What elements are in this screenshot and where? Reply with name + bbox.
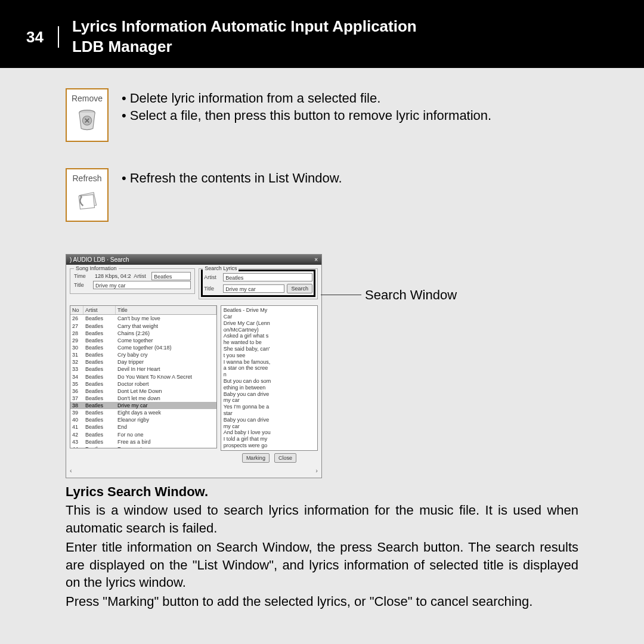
time-value: 128 Kbps, 04:28	[93, 272, 131, 280]
table-row: 38BeatlesDrive my car	[70, 402, 216, 409]
dialog-title-text: ) AUDIO LDB · Search	[70, 256, 129, 264]
remove-button-illustration: Remove	[66, 88, 109, 142]
header-titles: Lyrics Information Automatic Input Appli…	[59, 17, 417, 57]
table-row: 44BeatlesFrom me to you	[70, 445, 216, 448]
search-artist-value: Beatles	[223, 273, 312, 281]
dialog-close-x: ×	[314, 256, 318, 264]
lyrics-line: my car	[224, 423, 315, 430]
table-row: 43BeatlesFree as a bird	[70, 438, 216, 445]
lyrics-line: But you can do som	[224, 378, 315, 385]
table-row: 36BeatlesDont Let Me Down	[70, 388, 216, 395]
time-label: Time	[74, 273, 91, 280]
lyrics-line: star	[224, 410, 315, 417]
table-row: 35BeatlesDoctor robert	[70, 380, 216, 388]
artist-label-1: Artist	[134, 273, 149, 280]
table-row: 31BeatlesCry baby cry	[70, 351, 216, 358]
search-button: Search	[287, 284, 312, 293]
col-title: Title	[116, 306, 216, 314]
dialog-body: Song Information Time 128 Kbps, 04:28 Ar…	[66, 265, 321, 305]
refresh-bullet-1: Refresh the contents in List Window.	[122, 169, 342, 187]
lyrics-line: he wanted to be	[224, 339, 315, 346]
search-lyrics-fieldset: Search Lyrics Artist Beatles Title Drive…	[199, 268, 318, 299]
table-row: 27BeatlesCarry that weight	[70, 323, 216, 330]
lyrics-line: my car	[224, 397, 315, 404]
header-line2: LDB Manager	[72, 37, 417, 57]
dialog-scrollbar: ‹ ›	[66, 466, 321, 478]
trash-icon	[74, 106, 100, 132]
refresh-bullets: Refresh the contents in List Window.	[122, 168, 342, 187]
scroll-right-icon: ›	[315, 466, 318, 475]
results-list: No Artist Title 26BeatlesCan't buy me lo…	[70, 305, 217, 448]
remove-row: Remove Delete lyric information from a s…	[66, 88, 578, 142]
screenshot-wrap: ) AUDIO LDB · Search × Song Information …	[66, 254, 578, 478]
lyrics-line: Car	[224, 314, 315, 320]
lyrics-line: Baby you can drive	[224, 417, 315, 423]
table-row: 33BeatlesDevil In Her Heart	[70, 366, 216, 373]
paragraph-2: Enter title information on Search Window…	[66, 538, 578, 592]
scroll-left-icon: ‹	[70, 466, 72, 475]
table-row: 32BeatlesDay tripper	[70, 358, 216, 366]
lyrics-column: Beatles - Drive MyCarDrive My Car (Lenno…	[221, 305, 318, 463]
page-number: 34	[0, 26, 59, 48]
lyrics-line: I told a girl that my	[224, 436, 315, 442]
remove-bullets: Delete lyric information from a selected…	[122, 88, 491, 125]
col-artist: Artist	[83, 306, 116, 314]
paragraph-3: Press "Marking" button to add the select…	[66, 593, 578, 611]
dialog-lower: No Artist Title 26BeatlesCan't buy me lo…	[66, 305, 321, 466]
table-row: 28BeatlesChains (2:26)	[70, 330, 216, 337]
search-title-label: Title	[204, 285, 221, 292]
song-info-panel: Song Information Time 128 Kbps, 04:28 Ar…	[70, 268, 195, 302]
lyrics-line: Drive My Car (Lenn	[224, 320, 315, 327]
col-no: No	[70, 306, 83, 314]
lyrics-line: ething in between	[224, 385, 315, 391]
refresh-label: Refresh	[72, 173, 101, 184]
title-value: Drive my car	[93, 281, 191, 289]
remove-bullet-1: Delete lyric information from a selected…	[122, 89, 491, 107]
lyrics-line: a star on the scree	[224, 365, 315, 371]
table-row: 26BeatlesCan't buy me love	[70, 315, 216, 322]
list-body: 26BeatlesCan't buy me love27BeatlesCarry…	[70, 315, 216, 448]
lyrics-line: n	[224, 371, 315, 378]
callout-line	[321, 295, 361, 295]
list-header: No Artist Title	[70, 306, 216, 315]
lyrics-line: prospects were go	[224, 442, 315, 449]
title-label: Title	[74, 281, 91, 289]
refresh-row: Refresh Refresh the contents in List Win…	[66, 168, 578, 222]
search-artist-label: Artist	[204, 274, 221, 281]
lyrics-line: Baby you can drive	[224, 391, 315, 398]
table-row: 30BeatlesCome together (04:18)	[70, 344, 216, 351]
lyrics-line: on/McCartney)	[224, 327, 315, 333]
content-area: Remove Delete lyric information from a s…	[0, 68, 644, 611]
header-bar: 34 Lyrics Information Automatic Input Ap…	[0, 0, 644, 68]
search-highlight-box: Artist Beatles Title Drive my car Search	[203, 271, 314, 295]
search-dialog: ) AUDIO LDB · Search × Song Information …	[66, 254, 322, 478]
refresh-button-illustration: Refresh	[66, 168, 109, 222]
manual-page: 34 Lyrics Information Automatic Input Ap…	[0, 0, 644, 644]
search-window-callout: Search Window	[321, 286, 457, 304]
search-lyrics-panel: Search Lyrics Artist Beatles Title Drive…	[199, 268, 318, 302]
refresh-icon	[74, 186, 100, 212]
time-row: Time 128 Kbps, 04:28 Artist Beatles	[74, 272, 191, 280]
header-line1: Lyrics Information Automatic Input Appli…	[72, 17, 417, 37]
table-row: 34BeatlesDo You Want To Know A Secret	[70, 373, 216, 380]
marking-button: Marking	[242, 453, 270, 463]
song-info-legend: Song Information	[74, 265, 119, 272]
search-artist-row: Artist Beatles	[204, 273, 312, 281]
table-row: 29BeatlesCome together	[70, 337, 216, 344]
artist-value: Beatles	[151, 272, 191, 280]
callout-text: Search Window	[361, 286, 457, 304]
lyrics-line: Yes I'm gonna be a	[224, 404, 315, 410]
dialog-titlebar: ) AUDIO LDB · Search ×	[66, 255, 321, 265]
lyrics-line: And baby I love you	[224, 429, 315, 436]
lyrics-line: t you see	[224, 352, 315, 359]
song-info-fieldset: Song Information Time 128 Kbps, 04:28 Ar…	[70, 268, 195, 294]
close-button: Close	[274, 453, 296, 463]
remove-bullet-2: Select a file, then press this button to…	[122, 107, 491, 125]
table-row: 41BeatlesEnd	[70, 423, 216, 431]
lyrics-buttons: Marking Close	[221, 451, 318, 463]
section-title: Lyrics Search Window.	[66, 483, 578, 501]
lyrics-line: I wanna be famous,	[224, 359, 315, 366]
table-row: 40BeatlesEleanor rigby	[70, 416, 216, 423]
table-row: 37BeatlesDon't let me down	[70, 395, 216, 402]
paragraph-1: This is a window used to search lyrics i…	[66, 501, 578, 537]
